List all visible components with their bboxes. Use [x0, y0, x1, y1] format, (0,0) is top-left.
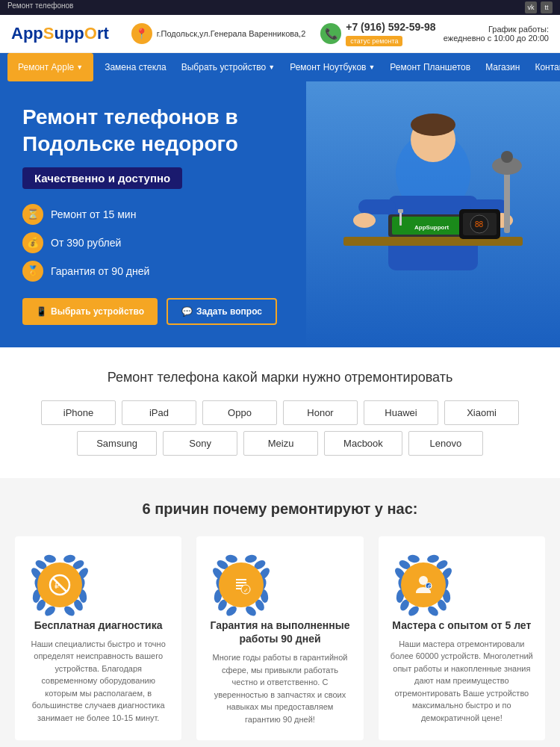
nav-shop[interactable]: Магазин	[478, 53, 527, 81]
hero-content: Ремонт телефонов в Подольске недорого Ка…	[0, 81, 306, 347]
hero-image: 88 AppSupport	[306, 81, 560, 347]
nav-repair-apple[interactable]: Ремонт Apple ▼	[7, 53, 93, 81]
phone-icon: 📞	[320, 23, 341, 44]
reasons-title: 6 причин почему ремонтируют у нас:	[15, 500, 545, 518]
svg-point-6	[353, 213, 376, 228]
vk-icon[interactable]: vk	[525, 1, 537, 13]
svg-text:AppSupport: AppSupport	[414, 224, 449, 231]
svg-rect-20	[398, 209, 403, 213]
reason-desc-2: Многие годы работы в гарантийной сфере, …	[208, 651, 352, 725]
svg-text:⚙: ⚙	[426, 583, 432, 590]
brand-lenovo[interactable]: Lenovo	[408, 431, 483, 456]
svg-point-41	[225, 554, 238, 563]
address-icon: 📍	[131, 23, 152, 44]
social-icons: vk tt	[525, 1, 553, 13]
hero-buttons: 📱 Выбрать устройство 💬 Задать вопрос	[22, 298, 284, 325]
reason-icon-2: ✓	[208, 551, 275, 619]
brands-section: Ремонт телефона какой марки нужно отремо…	[0, 347, 560, 478]
timer-icon: ⏳	[22, 204, 43, 225]
nav-laptop-repair[interactable]: Ремонт Ноутбуков ▼	[282, 53, 382, 81]
reason-name-1: Бесплатная диагностика	[26, 619, 170, 632]
chevron-down-icon: ▼	[368, 63, 375, 71]
feature-warranty: 🏅 Гарантия от 90 дней	[22, 261, 284, 282]
reason-icon-3: ⚙	[390, 551, 457, 619]
reason-desc-3: Наши мастера отремонтировали более 60000…	[390, 638, 534, 725]
header-phone: 📞 +7 (916) 592-59-98 статус ремонта	[320, 21, 435, 46]
svg-rect-15	[504, 166, 510, 233]
svg-point-2	[411, 114, 455, 136]
brand-huawei[interactable]: Huawei	[364, 400, 438, 425]
feature-speed: ⏳ Ремонт от 15 мин	[22, 204, 284, 225]
money-icon: 💰	[22, 232, 43, 253]
reasons-section: 6 причин почему ремонтируют у нас:	[0, 478, 560, 747]
svg-point-61	[407, 554, 420, 563]
phone-info: +7 (916) 592-59-98 статус ремонта	[346, 21, 435, 46]
mobile-icon: 📱	[36, 306, 47, 317]
svg-text:88: 88	[475, 220, 484, 229]
brand-samsung[interactable]: Samsung	[77, 431, 157, 456]
svg-point-17	[501, 151, 513, 163]
top-bar: Ремонт телефонов vk tt	[0, 0, 560, 15]
nav-tablet-repair[interactable]: Ремонт Планшетов	[382, 53, 478, 81]
chat-icon: 💬	[181, 306, 193, 317]
header-address: 📍 г.Подольск,ул.Генерала Варенникова,2	[131, 23, 305, 44]
nav-glass-replace[interactable]: Замена стекла	[97, 53, 174, 81]
reason-warranty: ✓ Гарантия на выполненные работы 90 дней…	[196, 536, 363, 740]
brand-honor[interactable]: Honor	[283, 400, 358, 425]
warranty-icon: ✓	[219, 562, 264, 607]
logo[interactable]: AppSuppOrt	[11, 24, 109, 43]
brands-grid: iPhone iPad Oppo Honor Huawei Xiaomi Sam…	[15, 400, 545, 456]
reason-name-3: Мастера с опытом от 5 лет	[390, 619, 534, 632]
schedule-time: ежедневно с 10:00 до 20:00	[444, 34, 549, 43]
brand-ipad[interactable]: iPad	[122, 400, 196, 425]
phone-number[interactable]: +7 (916) 592-59-98	[346, 21, 435, 33]
hero-subtitle: Качественно и доступно	[22, 167, 182, 189]
chevron-down-icon: ▼	[76, 63, 83, 71]
svg-text:✓: ✓	[243, 587, 249, 594]
svg-point-48	[245, 554, 258, 563]
hero-section: Ремонт телефонов в Подольске недорого Ка…	[0, 81, 560, 347]
brand-oppo[interactable]: Oppo	[202, 400, 277, 425]
reason-name-2: Гарантия на выполненные работы 90 дней	[208, 619, 352, 645]
svg-text:₽: ₽	[55, 581, 60, 590]
header: AppSuppOrt 📍 г.Подольск,ул.Генерала Варе…	[0, 15, 560, 53]
brand-iphone[interactable]: iPhone	[41, 400, 116, 425]
medal-icon: 🏅	[22, 261, 43, 282]
reason-desc-1: Наши специалисты быстро и точно определя…	[26, 638, 170, 725]
reason-free-diagnosis: ₽ Бесплатная диагностика Наши специалист…	[15, 536, 181, 740]
repair-link[interactable]: Ремонт телефонов	[7, 1, 77, 13]
nav-contacts[interactable]: Контакты	[527, 53, 560, 81]
schedule-label: График работы:	[444, 25, 549, 34]
svg-point-24	[43, 554, 56, 563]
nav-choose-device[interactable]: Выбрать устройство ▼	[174, 53, 282, 81]
navigation: Ремонт Apple ▼ Замена стекла Выбрать уст…	[0, 53, 560, 81]
ask-question-button[interactable]: 💬 Задать вопрос	[167, 298, 277, 325]
address-text: г.Подольск,ул.Генерала Варенникова,2	[157, 29, 305, 38]
reason-masters: ⚙ Мастера с опытом от 5 лет Наши мастера…	[379, 536, 545, 740]
status-badge[interactable]: статус ремонта	[346, 36, 402, 46]
hero-features: ⏳ Ремонт от 15 мин 💰 От 390 рублей 🏅 Гар…	[22, 204, 284, 282]
feature-price: 💰 От 390 рублей	[22, 232, 284, 253]
header-schedule: График работы: ежедневно с 10:00 до 20:0…	[444, 25, 549, 43]
brands-title: Ремонт телефона какой марки нужно отремо…	[15, 370, 545, 385]
chevron-down-icon: ▼	[268, 63, 275, 71]
master-icon: ⚙	[401, 562, 446, 607]
reason-icon-1: ₽	[26, 551, 93, 619]
svg-point-68	[426, 554, 439, 563]
brand-sony[interactable]: Sony	[163, 431, 237, 456]
diagnosis-icon: ₽	[37, 562, 82, 607]
reasons-grid: ₽ Бесплатная диагностика Наши специалист…	[15, 536, 545, 740]
svg-rect-4	[358, 199, 396, 214]
brand-xiaomi[interactable]: Xiaomi	[444, 400, 519, 425]
choose-device-button[interactable]: 📱 Выбрать устройство	[22, 298, 158, 325]
hero-title: Ремонт телефонов в Подольске недорого	[22, 104, 284, 158]
brand-macbook[interactable]: Macbook	[324, 431, 402, 456]
svg-point-31	[63, 554, 75, 563]
tiktok-icon[interactable]: tt	[541, 1, 553, 13]
technician-image: 88 AppSupport	[306, 81, 560, 347]
brand-meizu[interactable]: Meizu	[243, 431, 318, 456]
